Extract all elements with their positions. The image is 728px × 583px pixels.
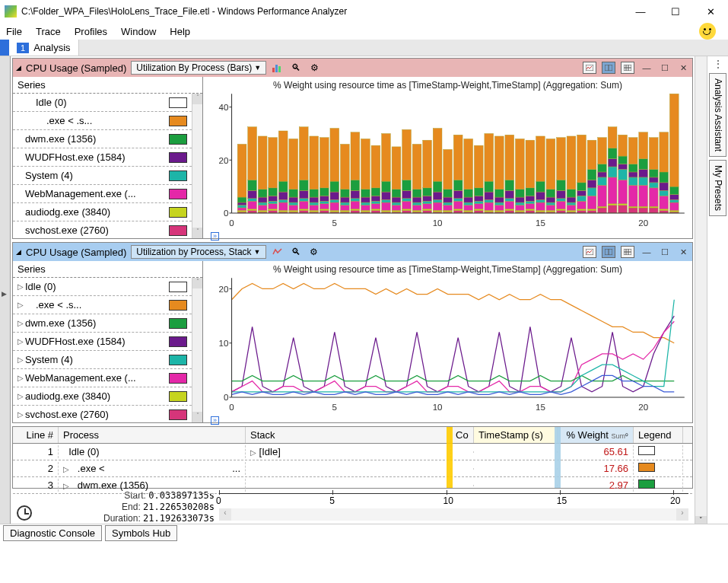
left-expand-gutter[interactable]: ▶ <box>0 56 11 524</box>
panel1-scroll-indicator[interactable]: » <box>208 228 688 238</box>
feedback-smile-icon[interactable] <box>699 23 716 40</box>
table-row[interactable]: 1 Idle (0)▷ [Idle]65.61 <box>13 444 692 460</box>
minimize-button[interactable]: — <box>623 0 658 23</box>
panel2-collapse-icon[interactable]: ◢ <box>16 248 21 256</box>
maximize-button[interactable]: ☐ <box>658 0 693 23</box>
diagnostic-console-button[interactable]: Diagnostic Console <box>3 525 102 541</box>
panel1-search-icon[interactable]: 🔍︎ <box>289 61 303 75</box>
expander-icon[interactable]: ▷ <box>17 282 25 291</box>
svg-rect-58 <box>289 205 298 210</box>
panel1-view-chart[interactable] <box>583 62 596 74</box>
expander-icon[interactable]: ▷ <box>17 392 25 400</box>
series-row[interactable]: WebManagement.exe (... <box>13 185 192 203</box>
panel1-preset-selector[interactable]: Utilization By Process (Bars) ▼ <box>131 61 266 75</box>
workspace-vscroll[interactable]: ˅ <box>695 56 707 524</box>
th-stack[interactable]: Stack <box>246 427 451 443</box>
series-row[interactable]: audiodg.exe (3840) <box>13 203 192 221</box>
timeline-axis[interactable]: 05101520 ‹› <box>219 490 688 522</box>
table-row[interactable]: 2▷ .exe < ...17.66 <box>13 460 692 477</box>
panel1-chart[interactable]: 0204005101520 <box>208 91 688 228</box>
expander-icon[interactable]: ▷ <box>17 355 25 364</box>
panel2-minimize[interactable]: — <box>641 247 653 256</box>
menu-help[interactable]: Help <box>170 26 190 37</box>
series-row[interactable]: Idle (0) <box>13 94 192 112</box>
expander-icon[interactable]: ▷ <box>17 410 25 419</box>
panel2-view-table[interactable] <box>621 246 634 258</box>
series-row[interactable]: ▷svchost.exe (2760) <box>13 406 192 422</box>
svg-text:20: 20 <box>638 218 648 228</box>
series-row[interactable]: ▷.exe < .s... <box>13 296 192 314</box>
svg-rect-60 <box>289 197 298 202</box>
close-button[interactable]: ✕ <box>693 0 728 23</box>
series-row[interactable]: System (4) <box>13 167 192 185</box>
panel1-series-scrollbar[interactable]: ˄˅ <box>192 94 202 238</box>
menu-window[interactable]: Window <box>121 26 156 37</box>
panel2-chart[interactable]: 0102005101520 <box>208 275 688 412</box>
th-line[interactable]: Line # <box>13 427 59 443</box>
series-row[interactable]: ▷WebManagement.exe (... <box>13 369 192 387</box>
svg-rect-169 <box>453 209 463 211</box>
panel2-preset-selector[interactable]: Utilization by Process, Stack ▼ <box>131 245 265 259</box>
svg-rect-29 <box>248 209 257 211</box>
svg-rect-263 <box>587 180 596 187</box>
expander-icon[interactable]: ▷ <box>17 337 25 346</box>
expander-icon[interactable]: ▷ <box>17 319 25 327</box>
svg-rect-67 <box>299 190 308 198</box>
tab-analysis[interactable]: 1 Analysis <box>9 40 79 56</box>
panel2-view-split[interactable] <box>602 246 615 258</box>
series-row[interactable]: WUDFHost.exe (1584) <box>13 148 192 167</box>
svg-rect-219 <box>526 204 535 209</box>
panel2-scroll-indicator[interactable]: » <box>208 412 688 422</box>
symbols-hub-button[interactable]: Symbols Hub <box>105 525 177 541</box>
series-row[interactable]: ▷System (4) <box>13 351 192 369</box>
tab-my-presets[interactable]: My Presets <box>709 160 726 216</box>
panel1-chart-type-icon[interactable] <box>271 61 285 75</box>
series-row[interactable]: dwm.exe (1356) <box>13 130 192 148</box>
right-sidebar-handle[interactable]: ⋮ <box>707 56 728 72</box>
series-row[interactable]: ▷WUDFHost.exe (1584) <box>13 333 192 351</box>
panel2-chart-type-icon[interactable] <box>271 245 285 259</box>
th-process[interactable]: Process <box>59 427 246 443</box>
panel1-view-split[interactable] <box>602 62 615 74</box>
svg-rect-257 <box>577 183 587 190</box>
panel2-close[interactable]: ✕ <box>677 247 689 256</box>
expander-icon[interactable]: ▷ <box>17 374 25 382</box>
svg-rect-258 <box>577 135 587 183</box>
svg-rect-135 <box>402 201 412 209</box>
menu-trace[interactable]: Trace <box>36 26 61 37</box>
panel2-maximize[interactable]: ☐ <box>659 247 671 256</box>
svg-rect-240 <box>557 201 566 209</box>
svg-text:0: 0 <box>229 218 234 228</box>
panel1-view-table[interactable] <box>621 62 634 74</box>
series-row[interactable]: ▷audiodg.exe (3840) <box>13 387 192 406</box>
panel1-minimize[interactable]: — <box>641 63 653 72</box>
panel1-maximize[interactable]: ☐ <box>659 63 671 72</box>
panel1-settings-icon[interactable]: ⚙ <box>307 61 321 75</box>
menu-profiles[interactable]: Profiles <box>75 26 107 37</box>
panel2-view-chart[interactable] <box>583 246 596 258</box>
svg-rect-104 <box>351 132 360 180</box>
svg-rect-194 <box>485 181 494 192</box>
panel1-collapse-icon[interactable]: ◢ <box>16 64 21 72</box>
panel1-close[interactable]: ✕ <box>677 63 689 72</box>
svg-text:5: 5 <box>332 218 337 228</box>
series-row[interactable]: svchost.exe (2760) <box>13 221 192 238</box>
panel2-settings-icon[interactable]: ⚙ <box>307 245 321 259</box>
panel2-series-scrollbar[interactable]: ˄˅ <box>192 278 202 422</box>
th-legend[interactable]: Legend <box>634 427 683 443</box>
th-timestamp[interactable]: TimeStamp (s) <box>474 427 558 443</box>
tab-analysis-assistant[interactable]: Analysis Assistant <box>709 73 726 157</box>
series-row[interactable]: ▷dwm.exe (1356) <box>13 314 192 333</box>
svg-rect-116 <box>371 196 380 201</box>
svg-rect-62 <box>289 139 298 189</box>
series-row[interactable]: ▷Idle (0) <box>13 278 192 296</box>
th-count[interactable]: Co <box>451 427 474 443</box>
th-weight[interactable]: % Weight Sum⁰ <box>558 427 634 443</box>
panel2-search-icon[interactable]: 🔍︎ <box>289 245 303 259</box>
timeline-hscroll[interactable]: ‹› <box>219 508 688 521</box>
expander-icon[interactable]: ▷ <box>17 301 25 309</box>
data-table: Line # Process Stack Co TimeStamp (s) % … <box>12 426 693 489</box>
menu-file[interactable]: File <box>6 26 22 37</box>
series-row[interactable]: .exe < .s... <box>13 112 192 130</box>
series-label: dwm.exe (1356) <box>25 133 166 145</box>
